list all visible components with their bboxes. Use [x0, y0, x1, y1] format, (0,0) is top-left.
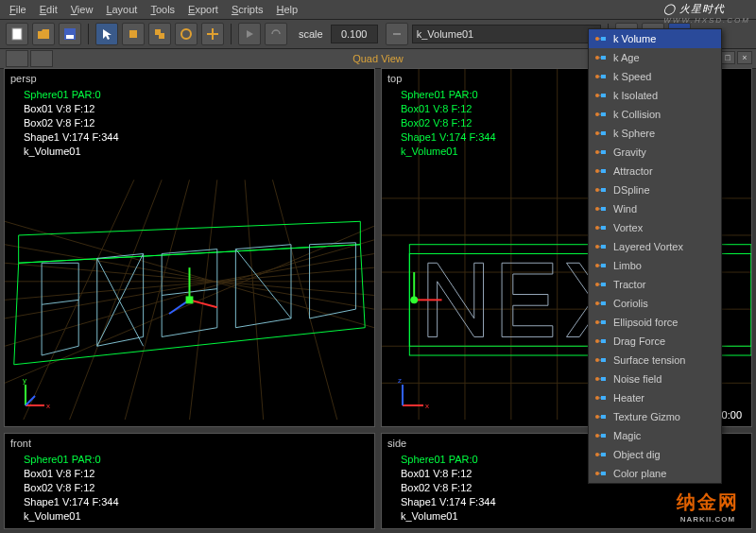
menu-edit[interactable]: Edit — [34, 2, 63, 17]
svg-text:x: x — [46, 402, 50, 410]
menu-layout[interactable]: Layout — [100, 2, 143, 17]
menu-item-drag-force[interactable]: Drag Force — [589, 332, 721, 351]
menu-item-label: Texture Gizmo — [613, 411, 680, 422]
menu-item-coriolis[interactable]: Coriolis — [589, 294, 721, 313]
svg-marker-42 — [310, 243, 356, 318]
svg-point-107 — [595, 245, 599, 249]
menu-item-label: Coriolis — [613, 298, 648, 309]
svg-point-137 — [595, 434, 599, 438]
watermark: 纳金网NARKII.COM — [677, 490, 739, 524]
tool-button-1[interactable] — [122, 23, 145, 45]
menu-item-attractor[interactable]: Attractor — [589, 162, 721, 181]
menu-item-vortex[interactable]: Vortex — [589, 218, 721, 237]
menu-item-dspline[interactable]: DSpline — [589, 181, 721, 199]
node-icon — [594, 221, 608, 234]
menu-tools[interactable]: Tools — [145, 2, 180, 17]
node-icon — [594, 391, 608, 404]
menu-item-label: Color plane — [613, 468, 666, 479]
move-tool-button[interactable] — [201, 23, 224, 45]
menu-item-object-dig[interactable]: Object dig — [589, 445, 721, 464]
menu-item-label: Tractor — [613, 279, 645, 290]
svg-point-116 — [595, 301, 599, 305]
tab-1[interactable] — [6, 50, 28, 67]
play-button[interactable] — [238, 23, 261, 45]
svg-point-104 — [595, 226, 599, 230]
menu-export[interactable]: Export — [182, 2, 224, 17]
svg-rect-81 — [601, 75, 606, 78]
menu-file[interactable]: FFileile — [4, 2, 32, 17]
menu-item-label: Wind — [613, 203, 637, 215]
menu-item-tractor[interactable]: Tractor — [589, 275, 721, 294]
menu-item-k-collision[interactable]: k Collision — [589, 105, 721, 124]
svg-line-27 — [125, 180, 189, 420]
maximize-button[interactable]: □ — [720, 51, 735, 64]
menu-help[interactable]: Help — [271, 2, 304, 17]
svg-line-34 — [42, 300, 78, 304]
viewport-front[interactable]: front Sphere01 PAR:0 Box01 V:8 F:12 Box0… — [4, 433, 375, 529]
new-file-button[interactable] — [6, 23, 28, 45]
menu-item-layered-vortex[interactable]: Layered Vortex — [589, 237, 721, 256]
menu-item-color-plane[interactable]: Color plane — [589, 464, 721, 483]
node-icon — [594, 259, 608, 272]
object-selector-combo[interactable]: k_Volume01 ▼ — [412, 25, 601, 43]
force-menu: k Volumek Agek Speedk Isolatedk Collisio… — [588, 28, 722, 484]
menu-item-gravity[interactable]: Gravity — [589, 143, 721, 162]
menu-item-magic[interactable]: Magic — [589, 426, 721, 445]
svg-point-80 — [595, 75, 599, 78]
svg-point-8 — [181, 29, 191, 39]
svg-rect-135 — [601, 415, 606, 419]
scale-input[interactable]: 0.100 — [331, 25, 378, 43]
menu-item-texture-gizmo[interactable]: Texture Gizmo — [589, 407, 721, 426]
svg-text:y: y — [23, 376, 26, 385]
svg-line-28 — [189, 180, 216, 420]
tab-2[interactable] — [30, 50, 53, 67]
svg-rect-132 — [601, 396, 606, 400]
menu-item-k-sphere[interactable]: k Sphere — [589, 124, 721, 143]
menu-item-limbo[interactable]: Limbo — [589, 256, 721, 275]
node-icon — [594, 146, 608, 159]
close-button[interactable]: × — [737, 51, 752, 64]
menu-item-k-volume[interactable]: k Volume — [589, 29, 721, 48]
node-icon — [594, 164, 608, 178]
svg-line-51 — [26, 396, 35, 405]
save-file-button[interactable] — [59, 23, 81, 45]
menu-item-label: Vortex — [613, 222, 643, 233]
node-icon — [594, 183, 608, 197]
viewport-persp[interactable]: persp Sphere01 PAR:0 Box01 V:8 F:12 Box0… — [4, 68, 375, 427]
viewport-label: front — [10, 438, 31, 449]
svg-point-119 — [595, 320, 599, 324]
menu-item-noise-field[interactable]: Noise field — [589, 370, 721, 388]
combo-value: k_Volume01 — [417, 26, 474, 43]
menu-view[interactable]: View — [65, 2, 99, 17]
menu-scripts[interactable]: Scripts — [226, 2, 269, 17]
tool-button-3[interactable] — [175, 23, 198, 45]
node-icon — [594, 335, 608, 348]
menu-item-surface-tension[interactable]: Surface tension — [589, 351, 721, 370]
viewport-label: top — [387, 73, 402, 84]
svg-rect-78 — [601, 56, 606, 60]
svg-point-134 — [595, 415, 599, 419]
menu-item-k-isolated[interactable]: k Isolated — [589, 86, 721, 105]
node-icon — [594, 108, 608, 121]
tool-button-2[interactable] — [148, 23, 171, 45]
svg-point-110 — [595, 264, 599, 267]
menu-item-k-speed[interactable]: k Speed — [589, 67, 721, 86]
axis-gizmo-icon: x y — [18, 375, 56, 413]
svg-point-98 — [595, 188, 599, 192]
menu-item-wind[interactable]: Wind — [589, 199, 721, 218]
svg-point-131 — [595, 396, 599, 400]
menu-item-k-age[interactable]: k Age — [589, 48, 721, 67]
menu-item-heater[interactable]: Heater — [589, 388, 721, 407]
menu-item-ellipsoid-force[interactable]: Ellipsoid force — [589, 313, 721, 332]
svg-rect-108 — [601, 245, 606, 249]
svg-rect-90 — [601, 131, 606, 135]
select-tool-button[interactable] — [95, 23, 118, 45]
link-button[interactable] — [386, 23, 408, 45]
svg-rect-0 — [12, 28, 22, 40]
node-icon — [594, 89, 608, 102]
axis-gizmo-icon: x z — [395, 375, 433, 413]
open-file-button[interactable] — [32, 23, 55, 45]
sync-button[interactable] — [265, 23, 287, 45]
svg-point-74 — [595, 37, 599, 41]
svg-point-143 — [595, 472, 599, 475]
